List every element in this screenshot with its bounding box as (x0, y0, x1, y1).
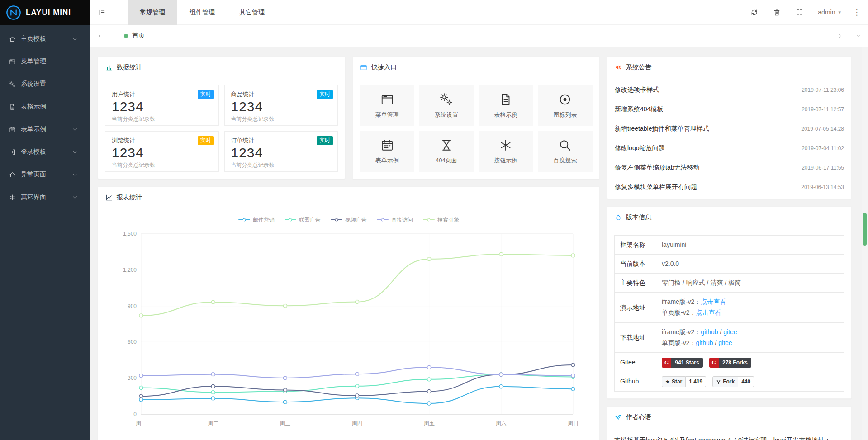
user-menu[interactable]: admin ▾ (811, 0, 848, 25)
content-left-column: 数据统计 用户统计 1234 当前分类总记录数 实时 (98, 56, 600, 440)
main-area: 常规管理 组件管理 其它管理 admin ▾ ⋮ (90, 0, 868, 440)
app-root: LAYUI MINI 主页模板 菜单管理 系统设置 表格示例 表单 (0, 0, 868, 440)
gitee-forks-badge[interactable]: G278 Forks (709, 358, 751, 368)
refresh-button[interactable] (743, 0, 765, 25)
clear-cache-button[interactable] (765, 0, 788, 25)
scrollbar-thumb[interactable] (863, 213, 867, 246)
asterisk-icon (9, 194, 16, 201)
quick-tile-system-settings[interactable]: 系统设置 (419, 85, 474, 126)
notice-date: 2019-07-11 12:57 (802, 106, 844, 113)
notice-text: 修复多模块菜单栏展开有问题 (615, 183, 697, 191)
fullscreen-button[interactable] (788, 0, 811, 25)
logo[interactable]: LAYUI MINI (0, 0, 90, 25)
features: 零门槛 / 响应式 / 清爽 / 极简 (656, 274, 844, 293)
notice-item[interactable]: 修复多模块菜单栏展开有问题 2019-06-13 14:53 (615, 177, 844, 197)
sidebar-item-label: 表单示例 (21, 125, 71, 133)
quick-tile-baidu-search[interactable]: 百度搜索 (538, 131, 593, 172)
gear-icon (9, 81, 16, 88)
notice-item[interactable]: 修改选项卡样式 2019-07-11 23:06 (615, 80, 844, 99)
refresh-icon (750, 9, 758, 16)
trash-icon (773, 9, 781, 16)
notice-date: 2019-06-13 14:53 (801, 184, 844, 190)
speaker-icon (615, 64, 622, 71)
stat-value: 1234 (112, 145, 212, 161)
notice-text: 修复左侧菜单缩放tab无法移动 (615, 164, 699, 172)
file-icon (499, 93, 512, 106)
demo-iframe-link[interactable]: 点击查看 (701, 298, 726, 305)
quick-tile-menu-management[interactable]: 菜单管理 (360, 85, 414, 126)
notice-item[interactable]: 修复左侧菜单缩放tab无法移动 2019-06-17 11:55 (615, 158, 844, 177)
github-fork-label: Fork (723, 378, 735, 386)
quick-tile-button-example[interactable]: 按钮示例 (479, 131, 533, 172)
notice-item[interactable]: 新增treetable插件和菜单管理样式 2019-07-05 14:28 (615, 119, 844, 138)
notice-item[interactable]: 修改logo缩放问题 2019-07-04 11:02 (615, 138, 844, 158)
file-icon (9, 104, 16, 110)
stat-title: 商品统计 (231, 90, 332, 99)
sidebar-item-system-settings[interactable]: 系统设置 (0, 73, 90, 95)
quick-tile-icon-list[interactable]: 图标列表 (538, 85, 593, 126)
legend-item-2[interactable]: 视频广告 (331, 216, 367, 224)
notice-card-header: 系统公告 (607, 57, 851, 78)
gears-icon (440, 93, 453, 106)
notice-date: 2019-07-11 23:06 (802, 87, 844, 93)
sidebar-menu: 主页模板 菜单管理 系统设置 表格示例 表单示例 登录 (0, 25, 90, 208)
quick-entry-icon (360, 64, 367, 71)
notice-text: 修改logo缩放问题 (615, 144, 664, 152)
version-row-label: 主要特色 (615, 274, 656, 293)
tab-home[interactable]: 首页 (109, 25, 159, 47)
legend-item-1[interactable]: 联盟广告 (285, 216, 321, 224)
notice-date: 2019-07-05 14:28 (801, 126, 844, 132)
quick-tile-404-page[interactable]: 404页面 (419, 131, 474, 172)
realtime-badge: 实时 (317, 136, 333, 145)
sidebar-item-other-pages[interactable]: 其它界面 (0, 186, 90, 208)
collapse-menu-icon (98, 9, 106, 16)
tabs-scroll-left-button[interactable] (90, 25, 109, 47)
legend-item-4[interactable]: 搜索引擎 (423, 216, 459, 224)
notice-item[interactable]: 新增系统404模板 2019-07-11 12:57 (615, 99, 844, 119)
quick-entry-card: 快捷入口 菜单管理 系统设置 (352, 56, 600, 179)
demo-spa-link[interactable]: 点击查看 (696, 309, 721, 316)
demo-iframe-prefix: iframe版-v2： (662, 298, 701, 305)
version-row-label: 演示地址 (615, 293, 656, 323)
stats-card-header: 数据统计 (98, 57, 345, 78)
sidebar-item-form-example[interactable]: 表单示例 (0, 118, 90, 141)
sidebar-item-login-template[interactable]: 登录模板 (0, 141, 90, 163)
tabs-operations-button[interactable] (849, 25, 868, 47)
download-spa-github-link[interactable]: github (696, 339, 713, 346)
collapse-sidebar-button[interactable] (90, 0, 113, 25)
author-card-title: 作者心语 (626, 413, 651, 421)
gitee-stars-badge[interactable]: G941 Stars (662, 358, 703, 368)
report-card: 报表统计 邮件营销联盟广告视频广告直接访问搜索引擎 03006009001,20… (98, 186, 600, 440)
legend-item-3[interactable]: 直接访问 (377, 216, 413, 224)
github-fork-count: 440 (738, 376, 754, 387)
more-menu-button[interactable]: ⋮ (848, 0, 865, 25)
stat-value: 1234 (231, 99, 332, 114)
download-spa-prefix: 单页版-v2： (662, 339, 696, 346)
chevron-down-icon (71, 36, 78, 43)
svg-text:周五: 周五 (424, 420, 435, 426)
sidebar-item-table-example[interactable]: 表格示例 (0, 95, 90, 118)
github-fork-badge[interactable]: Fork440 (712, 376, 754, 387)
download-spa-gitee-link[interactable]: gitee (718, 339, 732, 346)
quick-tile-form-example[interactable]: 表单示例 (360, 131, 414, 172)
download-iframe-gitee-link[interactable]: gitee (723, 328, 737, 336)
tabs-scroll-right-button[interactable] (830, 25, 849, 47)
content-right-column: 系统公告 修改选项卡样式 2019-07-11 23:06 新增系统404模板 … (607, 56, 852, 440)
legend-item-0[interactable]: 邮件营销 (238, 216, 275, 224)
tab-general-management[interactable]: 常规管理 (128, 0, 177, 25)
tab-other-management[interactable]: 其它管理 (227, 0, 277, 25)
download-iframe-github-link[interactable]: github (701, 328, 718, 336)
sidebar-item-error-pages[interactable]: 异常页面 (0, 163, 90, 186)
quick-tile-table-example[interactable]: 表格示例 (479, 85, 533, 126)
sidebar-item-home-template[interactable]: 主页模板 (0, 28, 90, 50)
calendar-icon (9, 126, 16, 133)
chevron-down-icon (71, 126, 78, 133)
stat-box-views: 浏览统计 1234 当前分类总记录数 实时 (105, 131, 219, 172)
sidebar-item-menu-management[interactable]: 菜单管理 (0, 50, 90, 73)
github-star-badge[interactable]: ★Star1,419 (662, 376, 706, 387)
scrollbar-track[interactable] (862, 47, 868, 440)
svg-text:0: 0 (133, 411, 137, 417)
tab-component-management[interactable]: 组件管理 (177, 0, 227, 25)
realtime-badge: 实时 (317, 90, 333, 99)
fork-icon (716, 379, 721, 384)
